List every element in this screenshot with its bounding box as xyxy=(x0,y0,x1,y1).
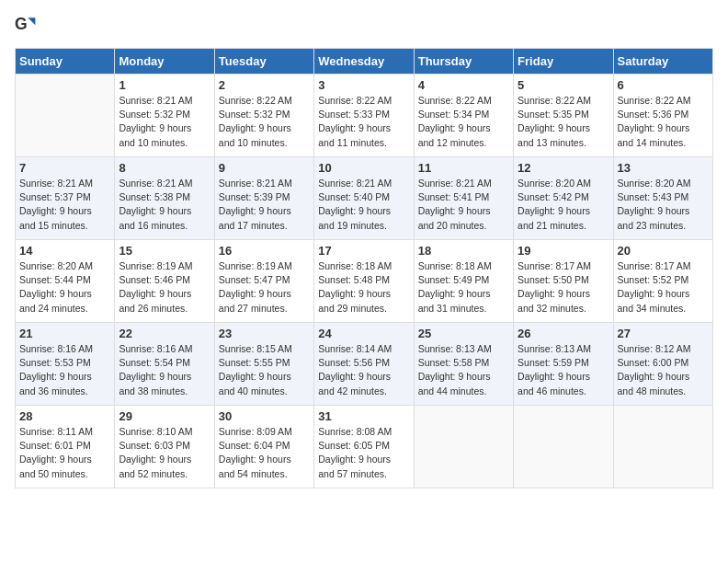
calendar-cell: 10Sunrise: 8:21 AMSunset: 5:40 PMDayligh… xyxy=(314,157,414,240)
header-friday: Friday xyxy=(514,49,613,75)
calendar-cell: 1Sunrise: 8:21 AMSunset: 5:32 PMDaylight… xyxy=(115,75,214,157)
calendar-week-row: 7Sunrise: 8:21 AMSunset: 5:37 PMDaylight… xyxy=(16,157,713,240)
calendar-cell xyxy=(613,406,712,488)
calendar-week-row: 14Sunrise: 8:20 AMSunset: 5:44 PMDayligh… xyxy=(16,240,713,323)
day-info: Sunrise: 8:21 AMSunset: 5:32 PMDaylight:… xyxy=(119,94,210,150)
calendar-week-row: 1Sunrise: 8:21 AMSunset: 5:32 PMDaylight… xyxy=(16,75,713,157)
day-number: 26 xyxy=(518,327,609,340)
calendar-table: SundayMondayTuesdayWednesdayThursdayFrid… xyxy=(15,48,713,488)
day-info: Sunrise: 8:18 AMSunset: 5:49 PMDaylight:… xyxy=(418,259,509,316)
day-number: 25 xyxy=(418,327,509,340)
day-info: Sunrise: 8:15 AMSunset: 5:55 PMDaylight:… xyxy=(219,342,310,398)
day-info: Sunrise: 8:08 AMSunset: 6:05 PMDaylight:… xyxy=(318,425,409,481)
day-info: Sunrise: 8:22 AMSunset: 5:33 PMDaylight:… xyxy=(318,94,409,150)
calendar-week-row: 21Sunrise: 8:16 AMSunset: 5:53 PMDayligh… xyxy=(16,323,713,406)
day-info: Sunrise: 8:21 AMSunset: 5:38 PMDaylight:… xyxy=(119,177,210,233)
day-info: Sunrise: 8:22 AMSunset: 5:35 PMDaylight:… xyxy=(518,94,609,150)
calendar-cell: 13Sunrise: 8:20 AMSunset: 5:43 PMDayligh… xyxy=(613,157,712,240)
day-info: Sunrise: 8:21 AMSunset: 5:41 PMDaylight:… xyxy=(418,177,509,233)
day-number: 30 xyxy=(219,409,310,423)
day-number: 9 xyxy=(219,161,310,175)
day-info: Sunrise: 8:22 AMSunset: 5:34 PMDaylight:… xyxy=(418,94,509,150)
calendar-cell: 28Sunrise: 8:11 AMSunset: 6:01 PMDayligh… xyxy=(16,406,115,488)
calendar-cell: 20Sunrise: 8:17 AMSunset: 5:52 PMDayligh… xyxy=(613,240,712,323)
header-thursday: Thursday xyxy=(414,49,513,75)
day-number: 15 xyxy=(119,244,210,258)
day-number: 12 xyxy=(518,161,609,175)
calendar-cell: 5Sunrise: 8:22 AMSunset: 5:35 PMDaylight… xyxy=(514,75,613,157)
logo: G xyxy=(15,15,40,37)
calendar-header-row: SundayMondayTuesdayWednesdayThursdayFrid… xyxy=(16,49,713,75)
calendar-cell: 31Sunrise: 8:08 AMSunset: 6:05 PMDayligh… xyxy=(314,406,414,488)
calendar-cell: 27Sunrise: 8:12 AMSunset: 6:00 PMDayligh… xyxy=(613,323,712,406)
day-number: 27 xyxy=(618,327,709,340)
calendar-cell: 12Sunrise: 8:20 AMSunset: 5:42 PMDayligh… xyxy=(514,157,613,240)
calendar-cell: 21Sunrise: 8:16 AMSunset: 5:53 PMDayligh… xyxy=(16,323,115,406)
day-number: 8 xyxy=(119,161,210,175)
day-number: 31 xyxy=(318,409,409,423)
calendar-cell: 2Sunrise: 8:22 AMSunset: 5:32 PMDaylight… xyxy=(214,75,313,157)
header-sunday: Sunday xyxy=(16,49,115,75)
day-number: 21 xyxy=(19,327,110,340)
day-info: Sunrise: 8:16 AMSunset: 5:53 PMDaylight:… xyxy=(19,342,110,398)
day-info: Sunrise: 8:22 AMSunset: 5:36 PMDaylight:… xyxy=(618,94,709,150)
calendar-cell: 15Sunrise: 8:19 AMSunset: 5:46 PMDayligh… xyxy=(115,240,214,323)
calendar-cell: 9Sunrise: 8:21 AMSunset: 5:39 PMDaylight… xyxy=(214,157,313,240)
calendar-cell: 17Sunrise: 8:18 AMSunset: 5:48 PMDayligh… xyxy=(314,240,414,323)
day-info: Sunrise: 8:13 AMSunset: 5:58 PMDaylight:… xyxy=(418,342,509,398)
calendar-cell xyxy=(514,406,613,488)
calendar-cell: 25Sunrise: 8:13 AMSunset: 5:58 PMDayligh… xyxy=(414,323,513,406)
day-number: 3 xyxy=(318,78,409,92)
calendar-cell xyxy=(16,75,115,157)
day-info: Sunrise: 8:14 AMSunset: 5:56 PMDaylight:… xyxy=(318,342,409,398)
day-number: 11 xyxy=(418,161,509,175)
day-info: Sunrise: 8:19 AMSunset: 5:47 PMDaylight:… xyxy=(219,259,310,316)
calendar-cell: 18Sunrise: 8:18 AMSunset: 5:49 PMDayligh… xyxy=(414,240,513,323)
day-number: 5 xyxy=(518,78,609,92)
calendar-cell: 8Sunrise: 8:21 AMSunset: 5:38 PMDaylight… xyxy=(115,157,214,240)
day-info: Sunrise: 8:20 AMSunset: 5:43 PMDaylight:… xyxy=(618,177,709,233)
day-number: 14 xyxy=(19,244,110,258)
header-wednesday: Wednesday xyxy=(314,49,414,75)
header: G xyxy=(15,15,713,37)
svg-marker-1 xyxy=(28,17,35,25)
day-info: Sunrise: 8:11 AMSunset: 6:01 PMDaylight:… xyxy=(19,425,110,481)
day-info: Sunrise: 8:18 AMSunset: 5:48 PMDaylight:… xyxy=(318,259,409,316)
day-info: Sunrise: 8:21 AMSunset: 5:37 PMDaylight:… xyxy=(19,177,110,233)
calendar-cell: 7Sunrise: 8:21 AMSunset: 5:37 PMDaylight… xyxy=(16,157,115,240)
day-number: 17 xyxy=(318,244,409,258)
calendar-cell xyxy=(414,406,513,488)
day-info: Sunrise: 8:09 AMSunset: 6:04 PMDaylight:… xyxy=(219,425,310,481)
calendar-cell: 24Sunrise: 8:14 AMSunset: 5:56 PMDayligh… xyxy=(314,323,414,406)
day-number: 7 xyxy=(19,161,110,175)
header-tuesday: Tuesday xyxy=(214,49,313,75)
day-info: Sunrise: 8:21 AMSunset: 5:39 PMDaylight:… xyxy=(219,177,310,233)
day-number: 22 xyxy=(119,327,210,340)
day-info: Sunrise: 8:16 AMSunset: 5:54 PMDaylight:… xyxy=(119,342,210,398)
day-number: 20 xyxy=(618,244,709,258)
header-monday: Monday xyxy=(115,49,214,75)
day-info: Sunrise: 8:19 AMSunset: 5:46 PMDaylight:… xyxy=(119,259,210,316)
calendar-cell: 6Sunrise: 8:22 AMSunset: 5:36 PMDaylight… xyxy=(613,75,712,157)
day-number: 28 xyxy=(19,409,110,423)
day-number: 2 xyxy=(219,78,310,92)
day-info: Sunrise: 8:13 AMSunset: 5:59 PMDaylight:… xyxy=(518,342,609,398)
calendar-cell: 14Sunrise: 8:20 AMSunset: 5:44 PMDayligh… xyxy=(16,240,115,323)
day-info: Sunrise: 8:12 AMSunset: 6:00 PMDaylight:… xyxy=(618,342,709,398)
day-number: 24 xyxy=(318,327,409,340)
calendar-cell: 23Sunrise: 8:15 AMSunset: 5:55 PMDayligh… xyxy=(214,323,313,406)
day-info: Sunrise: 8:22 AMSunset: 5:32 PMDaylight:… xyxy=(219,94,310,150)
day-info: Sunrise: 8:20 AMSunset: 5:44 PMDaylight:… xyxy=(19,259,110,316)
day-info: Sunrise: 8:10 AMSunset: 6:03 PMDaylight:… xyxy=(119,425,210,481)
svg-text:G: G xyxy=(15,15,28,33)
day-number: 6 xyxy=(618,78,709,92)
day-info: Sunrise: 8:17 AMSunset: 5:52 PMDaylight:… xyxy=(618,259,709,316)
day-number: 4 xyxy=(418,78,509,92)
day-info: Sunrise: 8:21 AMSunset: 5:40 PMDaylight:… xyxy=(318,177,409,233)
calendar-cell: 26Sunrise: 8:13 AMSunset: 5:59 PMDayligh… xyxy=(514,323,613,406)
calendar-cell: 11Sunrise: 8:21 AMSunset: 5:41 PMDayligh… xyxy=(414,157,513,240)
day-info: Sunrise: 8:20 AMSunset: 5:42 PMDaylight:… xyxy=(518,177,609,233)
day-number: 23 xyxy=(219,327,310,340)
calendar-cell: 19Sunrise: 8:17 AMSunset: 5:50 PMDayligh… xyxy=(514,240,613,323)
day-number: 10 xyxy=(318,161,409,175)
